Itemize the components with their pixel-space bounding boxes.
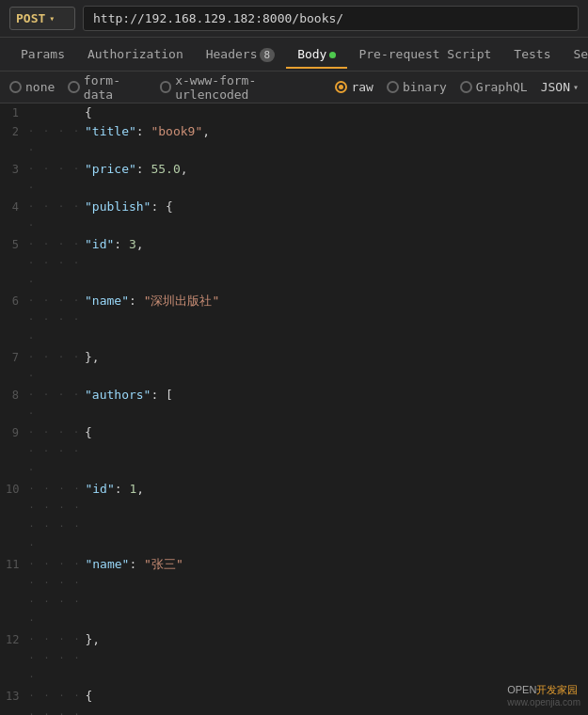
radio-urlencoded bbox=[160, 81, 172, 93]
line-dots: · · · · · · · · · · · · · bbox=[28, 555, 85, 630]
line-content: "id": 3, bbox=[85, 235, 588, 254]
option-binary[interactable]: binary bbox=[387, 80, 447, 94]
line-dots: · · · · · bbox=[28, 160, 85, 198]
line-number: 4 bbox=[0, 198, 28, 216]
line-number: 12 bbox=[0, 630, 28, 649]
line-dots: · · · · · · · · · bbox=[28, 423, 85, 480]
line-number: 9 bbox=[0, 423, 28, 442]
format-select[interactable]: JSON ▾ bbox=[541, 80, 579, 94]
table-row: 3· · · · ·"price": 55.0, bbox=[0, 160, 588, 198]
line-dots: · · · · · · · · · bbox=[28, 292, 85, 348]
line-dots: · · · · · · · · · bbox=[28, 235, 85, 292]
line-dots: · · · · · bbox=[28, 386, 85, 423]
tab-authorization[interactable]: Authorization bbox=[76, 40, 195, 69]
line-dots: · · · · · bbox=[28, 348, 85, 386]
line-content: "publish": { bbox=[85, 198, 588, 216]
table-row: 12· · · · · · · · ·}, bbox=[0, 630, 588, 687]
radio-form-data bbox=[68, 81, 80, 93]
line-number: 2 bbox=[0, 122, 28, 141]
line-content: "title": "book9", bbox=[85, 122, 588, 141]
table-row: 13· · · · · · · · ·{ bbox=[0, 687, 588, 715]
headers-badge: 8 bbox=[260, 48, 276, 62]
radio-binary bbox=[387, 81, 399, 93]
table-row: 9· · · · · · · · ·{ bbox=[0, 423, 588, 480]
table-row: 6· · · · · · · · ·"name": "深圳出版社" bbox=[0, 292, 588, 348]
table-row: 1{ bbox=[0, 103, 588, 122]
line-content: "name": "张三" bbox=[85, 555, 588, 574]
line-number: 13 bbox=[0, 687, 28, 706]
line-content: }, bbox=[85, 348, 588, 367]
line-number: 10 bbox=[0, 480, 28, 499]
line-content: "price": 55.0, bbox=[85, 160, 588, 179]
format-label: JSON bbox=[541, 80, 570, 94]
table-row: 2· · · · ·"title": "book9", bbox=[0, 122, 588, 160]
line-number: 11 bbox=[0, 555, 28, 574]
line-content: { bbox=[85, 103, 588, 122]
tab-body[interactable]: Body bbox=[286, 40, 347, 69]
line-dots: · · · · · · · · · bbox=[28, 687, 85, 715]
table-row: 4· · · · ·"publish": { bbox=[0, 198, 588, 235]
line-content: "authors": [ bbox=[85, 386, 588, 405]
table-row: 11· · · · · · · · · · · · ·"name": "张三" bbox=[0, 555, 588, 630]
line-number: 7 bbox=[0, 348, 28, 367]
tab-settings[interactable]: Settings bbox=[562, 40, 588, 69]
method-chevron-icon: ▾ bbox=[49, 13, 55, 24]
option-raw[interactable]: raw bbox=[335, 80, 373, 94]
table-row: 7· · · · ·}, bbox=[0, 348, 588, 386]
tab-pre-request-script[interactable]: Pre-request Script bbox=[347, 40, 502, 69]
nav-tabs: Params Authorization Headers8 Body Pre-r… bbox=[0, 38, 588, 72]
line-dots: · · · · · · · · · · · · · bbox=[28, 480, 85, 555]
request-body-editor[interactable]: 1{2· · · · ·"title": "book9",3· · · · ·"… bbox=[0, 103, 588, 715]
tab-params[interactable]: Params bbox=[9, 40, 76, 69]
table-row: 10· · · · · · · · · · · · ·"id": 1, bbox=[0, 480, 588, 555]
radio-raw bbox=[335, 81, 347, 93]
method-select[interactable]: POST ▾ bbox=[9, 7, 75, 30]
line-content: { bbox=[85, 423, 588, 442]
line-dots: · · · · · bbox=[28, 198, 85, 235]
table-row: 5· · · · · · · · ·"id": 3, bbox=[0, 235, 588, 292]
tab-headers[interactable]: Headers8 bbox=[195, 40, 286, 69]
table-row: 8· · · · ·"authors": [ bbox=[0, 386, 588, 423]
line-content: }, bbox=[85, 630, 588, 649]
tab-tests[interactable]: Tests bbox=[502, 40, 562, 69]
method-label: POST bbox=[16, 11, 45, 25]
radio-graphql bbox=[460, 81, 472, 93]
line-number: 5 bbox=[0, 235, 28, 254]
option-urlencoded[interactable]: x-www-form-urlencoded bbox=[160, 73, 323, 102]
top-bar: POST ▾ http://192.168.129.182:8000/books… bbox=[0, 0, 588, 38]
format-chevron-icon: ▾ bbox=[573, 82, 579, 92]
line-number: 3 bbox=[0, 160, 28, 179]
line-content: "name": "深圳出版社" bbox=[85, 292, 588, 310]
line-content: "id": 1, bbox=[85, 480, 588, 499]
line-number: 6 bbox=[0, 292, 28, 310]
url-input[interactable]: http://192.168.129.182:8000/books/ bbox=[83, 6, 579, 31]
line-number: 8 bbox=[0, 386, 28, 405]
line-number: 1 bbox=[0, 103, 28, 122]
radio-none bbox=[9, 81, 22, 93]
line-dots: · · · · · · · · · bbox=[28, 630, 85, 687]
body-options-bar: none form-data x-www-form-urlencoded raw… bbox=[0, 72, 588, 103]
line-dots: · · · · · bbox=[28, 122, 85, 160]
option-graphql[interactable]: GraphQL bbox=[460, 80, 528, 94]
option-none[interactable]: none bbox=[9, 80, 55, 94]
body-active-dot bbox=[329, 52, 336, 58]
watermark: OPEN开发家园 www.openjia.com bbox=[507, 683, 580, 707]
option-form-data[interactable]: form-data bbox=[68, 73, 146, 102]
